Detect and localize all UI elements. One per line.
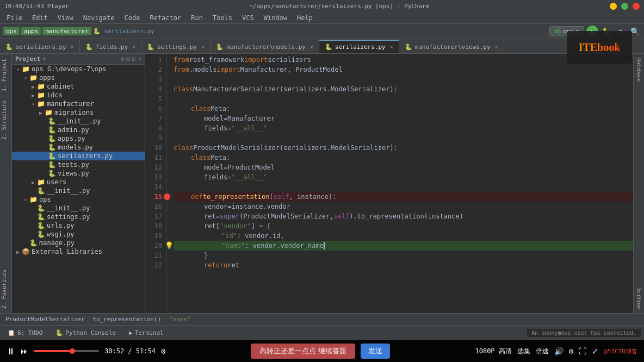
menu-window[interactable]: Window [259, 13, 292, 23]
gear-vc-icon[interactable]: ⚙ [569, 347, 573, 355]
logo-text: ITEbook [579, 41, 621, 54]
database-icon[interactable]: Database [635, 56, 643, 84]
tree-migrations[interactable]: ▶ 📁 migrations [12, 108, 145, 117]
tree-root[interactable]: ▾ 📁 ops G:\devops-7\ops [12, 65, 145, 73]
tree-urls[interactable]: ▶ 🐍 urls.py [12, 221, 145, 230]
project-settings-icon[interactable]: ⚙ [121, 55, 125, 63]
base-class-2: serializers.ModelSerializer [283, 143, 389, 153]
menu-run[interactable]: Run [187, 13, 207, 23]
code-lines[interactable]: from rest_framework import serializers f… [167, 54, 633, 313]
continue-button[interactable]: 高转正还差一点点 继续答题 [251, 344, 355, 359]
speed-label[interactable]: 倍速 [536, 347, 549, 356]
tab-terminal[interactable]: ▶ Terminal [125, 328, 168, 338]
self-kw: self [274, 192, 289, 202]
menu-navigate[interactable]: Navigate [79, 13, 119, 23]
tree-init-mfr[interactable]: ▶ 🐍 __init__.py [12, 117, 145, 126]
tree-apps-py[interactable]: ▶ 🐍 apps.py [12, 134, 145, 143]
menu-help[interactable]: Help [293, 13, 317, 23]
tab-todo[interactable]: 📋 6: TODO [3, 328, 47, 338]
terminal-icon: ▶ [129, 329, 133, 336]
settings-ops-label: settings.py [47, 213, 90, 221]
volume-icon[interactable]: 🔊 [554, 347, 564, 355]
tree-settings-ops[interactable]: ▶ 🐍 settings.py [12, 213, 145, 221]
tree-serilaizers[interactable]: ▶ 🐍 serilaizers.py [12, 152, 145, 160]
play-pause-button[interactable]: ⏸ [7, 346, 15, 357]
tree-idcs[interactable]: ▶ 📁 idcs [12, 91, 145, 99]
structure-tab[interactable]: 2. Structure [0, 96, 11, 144]
project-expand-icon[interactable]: ⊞ [126, 55, 130, 63]
tree-ops[interactable]: ▾ 📁 ops [12, 195, 145, 204]
tab-fields[interactable]: 🐍 fields.py × [80, 40, 142, 53]
tab-serializers-label: serializers.py [16, 43, 66, 51]
project-tab[interactable]: 1. Project [0, 54, 11, 96]
kw-from-2: from [174, 65, 189, 74]
fields-val-1: "__all__" [232, 123, 267, 133]
eq-5: = [227, 202, 231, 211]
breadcrumb-sep-1: › [87, 316, 91, 323]
send-button[interactable]: 发送 [361, 344, 390, 359]
cursor [324, 242, 325, 249]
next-button[interactable]: ⏭ [21, 347, 28, 355]
menu-vcs[interactable]: VCS [238, 13, 258, 23]
line-num-16: 16 [145, 202, 162, 211]
tree-ext-libs[interactable]: ▶ 📦 External Libraries [12, 247, 145, 256]
eq-2: = [227, 123, 231, 133]
quality-label[interactable]: 1080P 高清 [475, 347, 511, 356]
menu-file[interactable]: File [2, 13, 27, 23]
tab-mfr-views[interactable]: 🐍 manufacturer\views.py × [399, 40, 504, 53]
tree-cabinet[interactable]: ▶ 📁 cabinet [12, 82, 145, 91]
project-header-dropdown[interactable]: ▾ [42, 55, 46, 63]
maximize-button[interactable] [621, 3, 628, 10]
tree-tests[interactable]: ▶ 🐍 tests.py [12, 160, 145, 169]
tab-mfr-models-close[interactable]: × [310, 44, 313, 50]
tab-settings[interactable]: 🐍 settings.py × [141, 40, 210, 53]
favorites-tab[interactable]: 2. Favorites [0, 265, 11, 313]
menu-refactor[interactable]: Refactor [145, 13, 185, 23]
project-collapse-icon[interactable]: ⊟ [132, 55, 136, 63]
tree-apps[interactable]: ▾ 📁 apps [12, 73, 145, 82]
menu-edit[interactable]: Edit [28, 13, 52, 23]
tab-mfr-models[interactable]: 🐍 manufacturer\models.py × [210, 40, 319, 53]
menu-code[interactable]: Code [120, 13, 145, 23]
tab-serilaizers-close[interactable]: × [390, 44, 393, 50]
ret-assign: ret [204, 211, 216, 221]
screen-icon[interactable]: ⛶ [579, 347, 586, 355]
tab-fields-close[interactable]: × [132, 44, 135, 50]
select-label[interactable]: 选集 [517, 347, 530, 356]
ext-libs-icon: 📦 [22, 248, 30, 255]
tab-serilaizers[interactable]: 🐍 serilaizers.py × [319, 40, 399, 53]
tab-python-console[interactable]: 🐍 Python Console [51, 328, 120, 338]
menu-view[interactable]: View [53, 13, 78, 23]
tab-serializers-close[interactable]: × [71, 44, 74, 50]
fullscreen-icon[interactable]: ⤢ [592, 347, 598, 355]
tree-manufacturer[interactable]: ▾ 📁 manufacturer [12, 99, 145, 108]
close-button[interactable] [633, 3, 640, 10]
paren-3: ( [280, 143, 283, 153]
apps-folder-icon: 📁 [29, 74, 38, 82]
tree-init-ops[interactable]: ▶ 🐍 __init__.py [12, 204, 145, 213]
tree-init-apps[interactable]: ▶ 🐍 __init__.py [12, 186, 145, 195]
tree-admin[interactable]: ▶ 🐍 admin.py [12, 126, 145, 134]
line-num-1: 1 [145, 55, 162, 65]
right-panel: Database SciView [633, 54, 644, 313]
tab-settings-close[interactable]: × [201, 44, 205, 50]
watermark: @51CTO博客 [604, 347, 637, 355]
tests-icon: 🐍 [48, 161, 56, 168]
settings-vc-icon[interactable]: ⚙ [161, 347, 165, 355]
tree-manage[interactable]: ▶ 🐍 manage.py [12, 239, 145, 247]
tree-models[interactable]: ▶ 🐍 models.py [12, 143, 145, 152]
sciview-icon[interactable]: SciView [635, 286, 643, 311]
progress-bar[interactable] [34, 350, 99, 352]
lightbulb-icon: 💡 [165, 241, 174, 251]
code-editor[interactable]: 1 2 3 4 5 6 7 8 9 10 11 12 13 14 [145, 54, 633, 313]
tree-views[interactable]: ▶ 🐍 views.py [12, 169, 145, 178]
menu-tools[interactable]: Tools [208, 13, 237, 23]
tree-users[interactable]: ▶ 📁 users [12, 178, 145, 186]
project-close-icon[interactable]: × [138, 55, 141, 63]
minimize-button[interactable] [610, 3, 617, 10]
tab-mfr-views-close[interactable]: × [495, 44, 498, 50]
tab-serializers[interactable]: 🐍 serializers.py × [0, 40, 80, 53]
tree-wsgi[interactable]: ▶ 🐍 wsgi.py [12, 230, 145, 239]
code-line-4: class ManufacturerSerializer(serializers… [174, 84, 633, 94]
views-label: views.py [58, 170, 89, 177]
